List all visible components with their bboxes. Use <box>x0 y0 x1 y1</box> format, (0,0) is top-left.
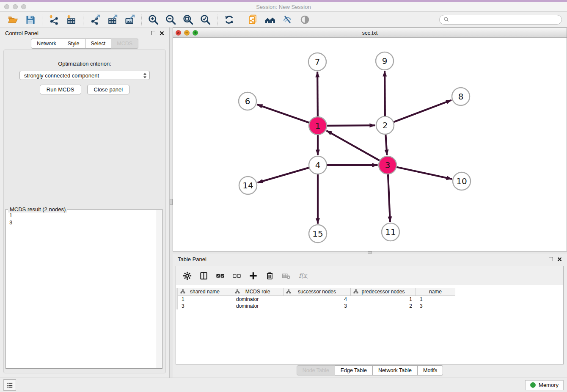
float-table-panel-icon[interactable] <box>549 257 553 261</box>
cell-shared-name[interactable]: 3 <box>178 303 232 309</box>
node-3[interactable]: 3 <box>379 156 396 174</box>
tab-network[interactable]: Network <box>31 39 62 49</box>
search-box[interactable] <box>439 15 562 25</box>
import-table-button[interactable] <box>63 13 80 26</box>
node-6[interactable]: 6 <box>239 92 256 110</box>
open-session-icon <box>7 14 19 25</box>
table-row[interactable]: 1dominator411 <box>176 296 563 303</box>
edge-2-8[interactable] <box>394 100 451 122</box>
zoom-selected-button[interactable] <box>197 13 214 26</box>
cell-successor-nodes[interactable]: 3 <box>284 303 351 309</box>
zoom-out-button[interactable] <box>162 13 179 26</box>
search-input[interactable] <box>451 17 558 22</box>
network-close-button[interactable] <box>176 30 181 36</box>
edge-2-9[interactable] <box>385 71 385 116</box>
tab-select[interactable]: Select <box>85 39 112 49</box>
control-panel-tabs: NetworkStyleSelectMCDS <box>0 39 169 49</box>
column-header-shared-name[interactable]: shared name <box>178 288 232 296</box>
export-image-button[interactable] <box>121 13 138 26</box>
cell-shared-name[interactable]: 1 <box>178 296 232 303</box>
tab-edge-table[interactable]: Edge Table <box>335 365 373 375</box>
edge-1-6[interactable] <box>257 105 309 123</box>
close-table-panel-icon[interactable] <box>557 257 562 262</box>
cell-predecessor-nodes[interactable]: 1 <box>351 296 416 303</box>
tab-style[interactable]: Style <box>62 39 85 49</box>
export-network-button[interactable] <box>86 13 104 26</box>
column-header-mcds-role[interactable]: MCDS role <box>232 288 284 296</box>
close-panel-button[interactable]: Close panel <box>87 85 130 94</box>
edge-4-14[interactable] <box>258 168 309 183</box>
select-all-button[interactable] <box>215 271 225 281</box>
save-session-button[interactable] <box>22 13 39 26</box>
cell-mcds-role[interactable]: dominator <box>232 296 284 303</box>
svg-text:3: 3 <box>385 160 391 170</box>
column-header-predecessor-nodes[interactable]: predecessor nodes <box>351 288 416 296</box>
zoom-in-button[interactable] <box>145 13 162 26</box>
column-header-name[interactable]: name <box>416 288 455 296</box>
apply-layout-button[interactable] <box>220 13 238 26</box>
table-row[interactable]: 3dominator323 <box>176 303 563 309</box>
node-15[interactable]: 15 <box>309 225 327 243</box>
column-settings-button[interactable] <box>182 271 192 281</box>
tab-motifs[interactable]: Motifs <box>418 365 443 375</box>
tab-mcds[interactable]: MCDS <box>111 39 138 49</box>
edge-1-7[interactable] <box>317 72 318 117</box>
edge-3-10[interactable] <box>396 167 452 179</box>
edge-3-11[interactable] <box>388 174 390 222</box>
show-all-button[interactable] <box>296 13 314 26</box>
delete-column-button[interactable] <box>265 271 275 281</box>
toggle-pane-button[interactable] <box>199 271 209 281</box>
svg-text:7: 7 <box>315 57 320 67</box>
cell-predecessor-nodes[interactable]: 2 <box>351 303 416 309</box>
cell-mcds-role[interactable]: dominator <box>232 303 284 309</box>
create-column-button[interactable] <box>248 271 258 281</box>
delete-table-button[interactable] <box>281 271 291 281</box>
node-10[interactable]: 10 <box>453 172 471 190</box>
cell-name[interactable]: 1 <box>416 296 455 303</box>
node-4[interactable]: 4 <box>309 156 327 174</box>
hide-selected-icon <box>282 14 293 25</box>
first-neighbors-button[interactable] <box>261 13 279 26</box>
node-9[interactable]: 9 <box>376 52 394 70</box>
deselect-all-button[interactable] <box>232 271 242 281</box>
result-scrollbar[interactable] <box>157 210 162 368</box>
zoom-fit-icon <box>182 14 194 25</box>
close-panel-icon[interactable] <box>160 31 164 36</box>
criterion-select[interactable]: strongly connected component <box>19 71 150 80</box>
import-table-icon <box>66 14 77 25</box>
network-canvas[interactable]: 7968124314101511 <box>173 38 567 251</box>
cell-name[interactable]: 3 <box>416 303 455 309</box>
node-8[interactable]: 8 <box>452 88 470 105</box>
hide-selected-button[interactable] <box>279 13 296 26</box>
edge-3-1[interactable] <box>326 131 380 161</box>
svg-text:8: 8 <box>458 91 464 102</box>
vertical-splitter[interactable] <box>169 28 173 378</box>
zoom-fit-button[interactable] <box>179 13 197 26</box>
node-11[interactable]: 11 <box>382 223 399 241</box>
fx-button[interactable]: f(x) <box>298 271 308 281</box>
export-table-button[interactable] <box>104 13 121 26</box>
tab-network-table[interactable]: Network Table <box>373 365 418 375</box>
node-7[interactable]: 7 <box>308 53 326 71</box>
cell-successor-nodes[interactable]: 4 <box>284 296 351 303</box>
tab-node-table[interactable]: Node Table <box>297 365 335 375</box>
memory-button[interactable]: Memory <box>525 380 564 390</box>
control-panel: Control Panel NetworkStyleSelectMCDS Opt… <box>0 28 169 378</box>
float-panel-icon[interactable] <box>151 31 155 35</box>
network-from-selection-button[interactable] <box>244 13 261 26</box>
edge-2-3[interactable] <box>385 134 387 155</box>
column-header-successor-nodes[interactable]: successor nodes <box>284 288 351 296</box>
open-session-button[interactable] <box>4 13 22 26</box>
node-2[interactable]: 2 <box>376 116 394 134</box>
network-minimize-button[interactable] <box>184 30 190 36</box>
node-14[interactable]: 14 <box>239 177 257 194</box>
network-window-titlebar[interactable]: scc.txt <box>173 28 567 38</box>
network-zoom-button[interactable] <box>193 30 198 36</box>
toggle-pane-icon <box>199 271 209 281</box>
vertical-splitter-handle[interactable] <box>170 199 173 205</box>
task-history-button[interactable] <box>3 379 16 391</box>
import-network-button[interactable] <box>45 13 63 26</box>
node-1[interactable]: 1 <box>309 117 327 135</box>
edge-1-2[interactable] <box>327 125 375 126</box>
run-mcds-button[interactable]: Run MCDS <box>40 85 81 94</box>
